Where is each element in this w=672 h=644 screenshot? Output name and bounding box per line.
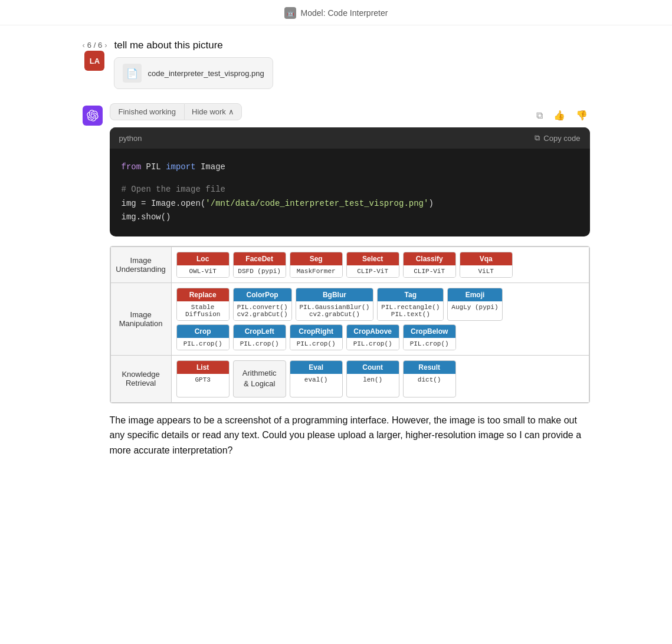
table-row: ImageManipulation Replace StableDiffusio… [110,283,589,356]
assistant-avatar [83,106,103,126]
user-content: tell me about this picture 📄 code_interp… [114,37,589,89]
diagram-container: ImageUnderstanding Loc OWL-ViT [110,246,590,403]
cell-colorpop: ColorPop PIL.convert()cv2.grabCut() [233,288,292,321]
cell-classify: Classify CLIP-ViT [403,252,456,278]
page-indicator: 6 / 6 [87,41,102,50]
file-attachment[interactable]: 📄 code_interpreter_test_visprog.png [114,57,273,89]
code-language: python [119,134,142,143]
file-icon: 📄 [123,64,142,83]
cell-cropabove: CropAbove PIL.crop() [346,324,399,350]
copy-code-button[interactable]: ⧉ Copy code [535,133,580,143]
code-line-open: img = Image.open('/mnt/data/code_interpr… [122,197,578,211]
cell-cropleft: CropLeft PIL.crop() [233,324,286,350]
category-image-manipulation: ImageManipulation [110,283,171,356]
cell-cropbelow: CropBelow PIL.crop() [403,324,456,350]
user-avatar: LA [84,51,104,71]
nav-controls[interactable]: ‹ 6 / 6 › [83,41,107,50]
category-knowledge-retrieval: KnowledgeRetrieval [110,356,171,402]
top-bar: 🤖 Model: Code Interpreter [0,0,672,25]
prev-button[interactable]: ‹ [83,41,85,50]
code-line-1: from PIL import Image [122,160,578,175]
cell-seg: Seg MaskFormer [290,252,343,278]
cell-eval: Eval eval() [290,360,343,397]
model-label: Model: Code Interpreter [301,8,388,18]
cell-emoji: Emoji AugLy (pypi) [447,288,502,321]
cell-tag: Tag PIL.rectangle()PIL.text() [377,288,444,321]
thumbs-down-button[interactable]: 👎 [573,107,590,123]
file-name: code_interpreter_test_visprog.png [147,69,264,78]
cell-count: Count len() [346,360,399,397]
finished-bar: Finished working Hide work ∧ [110,103,242,120]
cell-result: Result dict() [403,360,456,397]
category-image-understanding: ImageUnderstanding [110,247,171,283]
cell-facedet: FaceDet DSFD (pypi) [233,252,286,278]
copy-button[interactable]: ⧉ [534,108,545,123]
finished-row: Finished working Hide work ∧ ⧉ 👍 👎 [110,103,590,127]
code-body: from PIL import Image # Open the image f… [110,149,590,236]
cell-loc: Loc OWL-ViT [176,252,230,278]
thumbs-up-button[interactable]: 👍 [551,107,568,123]
response-text: The image appears to be a screenshot of … [110,413,590,458]
table-row: ImageUnderstanding Loc OWL-ViT [110,247,589,283]
user-message-row: ‹ 6 / 6 › LA tell me about this picture … [83,37,590,89]
cell-bgblur: BgBlur PIL.GaussianBlur()cv2.grabCut() [296,288,374,321]
code-header: python ⧉ Copy code [110,127,590,149]
cell-cropright: CropRight PIL.crop() [290,324,343,350]
next-button[interactable]: › [104,41,107,50]
cell-select: Select CLIP-ViT [346,252,399,278]
diagram-table: ImageUnderstanding Loc OWL-ViT [110,247,589,402]
code-line-show: img.show() [122,211,578,225]
cell-arithmetic: Arithmetic& Logical [233,360,286,397]
assistant-message-row: Finished working Hide work ∧ ⧉ 👍 👎 pytho… [83,103,590,458]
chevron-up-icon: ∧ [228,107,234,116]
code-line-comment: # Open the image file [122,183,578,197]
cell-replace: Replace StableDiffusion [176,288,230,321]
user-question: tell me about this picture [114,40,589,51]
cell-list: List GPT3 [176,360,230,397]
conversation-area: ‹ 6 / 6 › LA tell me about this picture … [83,25,590,479]
table-row: KnowledgeRetrieval List GPT3 [110,356,589,402]
hide-work-button[interactable]: Hide work ∧ [184,103,242,120]
code-block: python ⧉ Copy code from PIL import Image… [110,127,590,236]
cell-vqa: Vqa ViLT [460,252,513,278]
copy-icon: ⧉ [535,133,540,143]
model-icon: 🤖 [284,7,296,19]
cell-crop: Crop PIL.crop() [176,324,230,350]
finished-label: Finished working [110,103,185,120]
assistant-content: Finished working Hide work ∧ ⧉ 👍 👎 pytho… [110,103,590,458]
